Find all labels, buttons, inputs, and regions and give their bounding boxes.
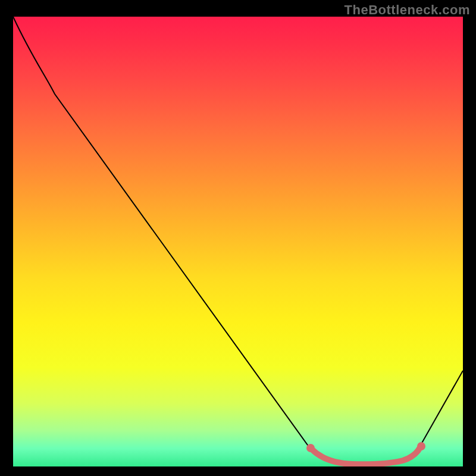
plot-area xyxy=(13,17,463,466)
optimal-start-dot xyxy=(306,444,315,452)
chart-container: TheBottleneck.com xyxy=(0,0,476,476)
watermark-text: TheBottleneck.com xyxy=(345,2,470,18)
bottleneck-curve xyxy=(13,17,463,464)
optimal-range xyxy=(312,447,420,464)
curve-layer xyxy=(13,17,463,466)
optimal-end-dot xyxy=(417,442,425,450)
